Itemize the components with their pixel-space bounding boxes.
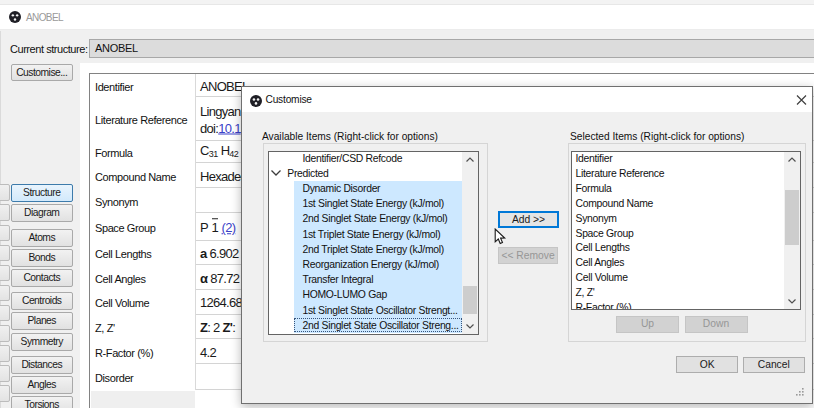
dialog-close-button[interactable] <box>791 90 811 110</box>
cancel-button[interactable]: Cancel <box>743 357 805 374</box>
sidebar-button-diagram[interactable]: Diagram <box>11 204 73 222</box>
row-label: Space Group <box>95 222 155 234</box>
value-part: 4.2 <box>200 345 216 360</box>
value-part: Hexadec <box>200 169 246 184</box>
available-item[interactable]: HOMO-LUMO Gap <box>269 287 479 302</box>
selected-item[interactable]: Cell Volume <box>572 271 800 286</box>
available-item[interactable]: Reorganization Energy (kJ/mol) <box>269 257 479 272</box>
available-item-text: Transfer Integral <box>303 272 374 287</box>
value-part: P <box>200 220 208 235</box>
dialog-logo-icon <box>250 95 262 107</box>
value-part[interactable]: 10.1 <box>218 121 241 136</box>
scrollbar[interactable] <box>462 152 478 334</box>
cropped-button <box>0 305 10 322</box>
selected-items-list[interactable]: IdentifierLiterature ReferenceFormulaCom… <box>571 151 801 310</box>
row-label: Formula <box>95 147 133 159</box>
row-label: Compound Name <box>95 171 176 183</box>
selected-item-text: Literature Reference <box>576 167 665 182</box>
row-label: Cell Volume <box>95 297 149 309</box>
dialog-title: Customise <box>266 94 312 105</box>
available-item[interactable]: 1st Triplet State Energy (kJ/mol) <box>269 227 479 242</box>
scrollbar-arrow-down-icon[interactable] <box>462 318 478 334</box>
main-window-title: ANOBEL <box>26 12 63 23</box>
row-value: Z: 2 Z': <box>200 319 235 337</box>
row-value: Lingyandoi:10.1 <box>200 102 241 137</box>
selected-item[interactable]: Formula <box>572 182 800 197</box>
selected-items-label: Selected Items (Right-click for options) <box>570 131 744 142</box>
sidebar-button-contacts[interactable]: Contacts <box>11 269 73 287</box>
scrollbar[interactable] <box>784 152 800 309</box>
available-item-text: 1st Singlet State Oscillator Strengt... <box>303 303 458 318</box>
value-part: : 2 <box>207 320 222 335</box>
value-part: 1 <box>211 220 218 235</box>
selected-item[interactable]: Z, Z' <box>572 286 800 301</box>
sidebar-button-centroids[interactable]: Centroids <box>11 292 73 310</box>
row-value: Hexadec <box>200 168 246 186</box>
sidebar-button-atoms[interactable]: Atoms <box>11 229 73 247</box>
value-part: Lingyan <box>200 103 241 118</box>
down-button[interactable]: Down <box>685 316 748 333</box>
value-part: 6.902 <box>207 246 239 261</box>
value-part: 31 <box>209 150 218 160</box>
sidebar-button-structure[interactable]: Structure <box>11 184 73 202</box>
available-item[interactable]: 2nd Singlet State Energy (kJ/mol) <box>269 211 479 226</box>
current-structure-field[interactable]: ANOBEL <box>89 39 814 58</box>
available-item-text: Reorganization Energy (kJ/mol) <box>303 257 440 272</box>
selected-item-text: Space Group <box>576 227 634 242</box>
available-item-text: 1st Singlet State Energy (kJ/mol) <box>303 196 444 211</box>
selected-item[interactable]: R-Factor (%) <box>572 301 800 310</box>
focus-rectangle <box>294 318 462 332</box>
selected-item[interactable]: Identifier <box>572 152 800 167</box>
row-label: Cell Angles <box>95 273 146 285</box>
up-button[interactable]: Up <box>616 316 679 333</box>
scrollbar-thumb[interactable] <box>785 190 799 245</box>
scrollbar-arrow-down-icon[interactable] <box>784 293 800 309</box>
row-value: α 87.72 <box>200 270 239 288</box>
cropped-button <box>0 204 10 221</box>
available-item[interactable]: Dynamic Disorder <box>269 181 479 196</box>
sidebar-button-symmetry[interactable]: Symmetry <box>11 333 73 351</box>
remove-button[interactable]: << Remove <box>498 247 558 264</box>
ok-button[interactable]: OK <box>676 356 738 373</box>
value-part: doi: <box>200 121 218 136</box>
sidebar-button-bonds[interactable]: Bonds <box>11 249 73 267</box>
row-value <box>200 193 203 211</box>
selected-item-text: Z, Z' <box>576 286 595 301</box>
selected-item[interactable]: Compound Name <box>572 197 800 212</box>
available-item[interactable]: 1st Singlet State Energy (kJ/mol) <box>269 196 479 211</box>
available-item[interactable]: Identifier/CSD Refcode <box>269 151 479 166</box>
cropped-button <box>0 345 10 362</box>
selected-item[interactable]: Cell Lengths <box>572 241 800 256</box>
resize-grip[interactable] <box>795 387 804 396</box>
available-item[interactable]: 2nd Triplet State Energy (kJ/mol) <box>269 242 479 257</box>
scrollbar-arrow-up-icon[interactable] <box>784 152 800 168</box>
available-item[interactable]: Predicted <box>269 166 479 181</box>
selected-item[interactable]: Cell Angles <box>572 256 800 271</box>
scrollbar-arrow-up-icon[interactable] <box>462 152 478 168</box>
cropped-button <box>0 245 10 262</box>
value-part[interactable]: (2) <box>222 220 236 235</box>
sidebar-button-angles[interactable]: Angles <box>11 376 73 394</box>
customise-button[interactable]: Customise... <box>11 64 73 82</box>
available-items-list[interactable]: Identifier/CSD RefcodePredictedDynamic D… <box>268 151 480 335</box>
selected-item[interactable]: Literature Reference <box>572 167 800 182</box>
selected-item[interactable]: Synonym <box>572 212 800 227</box>
selected-item-text: Cell Volume <box>576 271 628 286</box>
selected-item-text: R-Factor (%) <box>576 301 632 310</box>
add-button[interactable]: Add >> <box>498 211 559 228</box>
available-item-text: HOMO-LUMO Gap <box>303 287 387 302</box>
sidebar-button-torsions[interactable]: Torsions <box>11 396 73 408</box>
cropped-button <box>0 225 10 242</box>
sidebar-button-distances[interactable]: Distances <box>11 356 73 374</box>
dialog-titlebar[interactable]: Customise <box>242 87 812 112</box>
selected-item-text: Cell Lengths <box>576 241 630 256</box>
available-item[interactable]: Transfer Integral <box>269 272 479 287</box>
row-label: R-Factor (%) <box>95 347 153 359</box>
selected-item[interactable]: Space Group <box>572 227 800 242</box>
row-value: P1(2) <box>200 219 235 237</box>
available-item[interactable]: 1st Singlet State Oscillator Strengt... <box>269 303 479 318</box>
value-part: Z' <box>223 320 233 335</box>
value-part: C <box>200 143 209 158</box>
sidebar-button-planes[interactable]: Planes <box>11 312 73 330</box>
scrollbar-thumb[interactable] <box>463 286 477 314</box>
